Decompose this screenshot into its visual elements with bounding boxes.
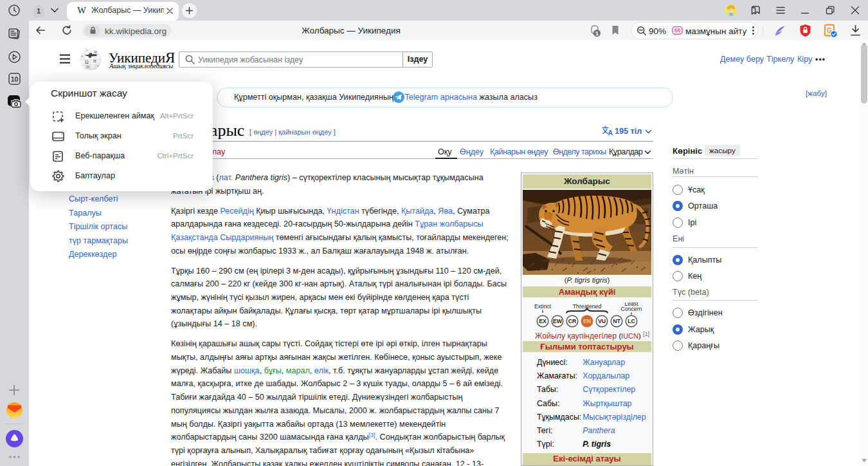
svg-text:ע: ע	[82, 55, 84, 58]
svg-text:CR: CR	[568, 318, 577, 324]
svg-text:EX: EX	[539, 318, 547, 324]
svg-text:W: W	[94, 50, 98, 54]
svg-text:EW: EW	[553, 318, 563, 324]
svg-text:Ω: Ω	[85, 59, 89, 65]
svg-text:A: A	[608, 129, 613, 136]
svg-text:И: И	[93, 59, 96, 63]
svg-text:LC: LC	[628, 318, 635, 324]
svg-text:Ш: Ш	[86, 65, 90, 69]
svg-text:Concern: Concern	[621, 306, 642, 312]
svg-text:EN: EN	[583, 318, 591, 324]
svg-text:VU: VU	[598, 318, 606, 324]
svg-text:Extinct: Extinct	[534, 303, 552, 310]
svg-text:NT: NT	[613, 318, 620, 324]
